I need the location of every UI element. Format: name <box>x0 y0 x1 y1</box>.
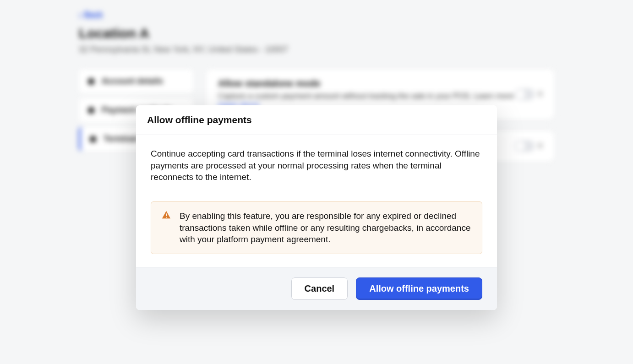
confirm-button[interactable]: Allow offline payments <box>356 277 482 300</box>
modal-allow-offline: Allow offline payments Continue acceptin… <box>136 105 497 310</box>
modal-body: Continue accepting card transactions if … <box>136 135 497 267</box>
warning-triangle-icon <box>161 210 171 220</box>
warning-alert: By enabling this feature, you are respon… <box>151 201 482 254</box>
modal-header: Allow offline payments <box>136 105 497 135</box>
warning-text: By enabling this feature, you are respon… <box>180 210 473 245</box>
modal-title: Allow offline payments <box>147 114 486 125</box>
svg-rect-1 <box>166 217 167 218</box>
modal-footer: Cancel Allow offline payments <box>136 267 497 310</box>
modal-description: Continue accepting card transactions if … <box>151 148 482 183</box>
modal-overlay: Allow offline payments Continue acceptin… <box>0 0 633 364</box>
cancel-button[interactable]: Cancel <box>291 277 348 300</box>
svg-rect-0 <box>166 213 167 216</box>
